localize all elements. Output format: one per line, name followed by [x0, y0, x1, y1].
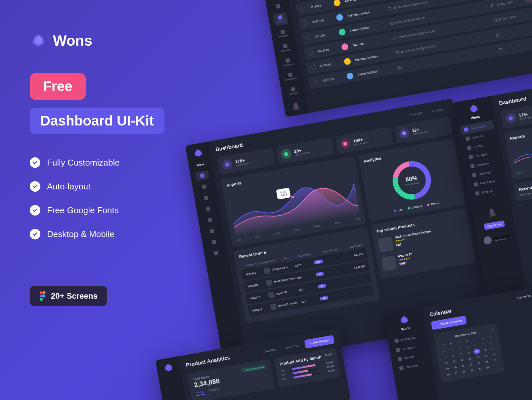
sidebar-item-analytics[interactable]: [271, 1, 286, 12]
calendar-day[interactable]: 23: [475, 360, 483, 366]
check-icon: [30, 181, 40, 192]
svg-point-3: [43, 295, 46, 298]
check-icon: [30, 229, 40, 239]
svg-point-2: [40, 295, 43, 298]
feature-item: Auto-layout: [30, 181, 202, 192]
sidebar-item-messages[interactable]: [205, 226, 219, 237]
calendar-day[interactable]: 3: [480, 341, 487, 347]
calendar-icon: [496, 33, 499, 36]
calendar-day[interactable]: 9: [473, 348, 480, 354]
checkbox-icon[interactable]: [314, 80, 319, 84]
calendar-day[interactable]: 30: [476, 366, 484, 372]
brand-name: Wons: [53, 32, 92, 49]
sidebar-item-calendar[interactable]: Calendar: [278, 41, 293, 55]
date-to[interactable]: 10-10-2021: [428, 105, 449, 115]
sidebar-item-notification[interactable]: [207, 237, 221, 248]
calendar-day[interactable]: 5: [441, 354, 449, 360]
lotus-logo-icon: [30, 31, 47, 50]
sidebar-item-calendar[interactable]: [203, 215, 217, 225]
free-badge: Free: [30, 73, 86, 100]
calendar-day[interactable]: 14: [458, 357, 466, 363]
stat-card[interactable]: 178+Save Products: [217, 147, 276, 175]
add-product-button[interactable]: +Add Product: [304, 335, 334, 349]
avatar: [341, 43, 349, 51]
top-selling-panel: Top selling Products NIKE Shoes Black Pa…: [371, 209, 475, 279]
checkbox-icon[interactable]: [303, 21, 308, 26]
check-icon: [30, 157, 40, 168]
sidebar-item-schedule[interactable]: [201, 204, 215, 215]
sidebar-item-invoice[interactable]: Invoice: [273, 12, 288, 26]
calendar-day[interactable]: 12: [442, 360, 450, 366]
checkbox-icon[interactable]: [311, 65, 316, 70]
date-from[interactable]: 10-06-2021: [405, 109, 426, 119]
mini-calendar: ‹December 2, 2021› SMTWTFS28293012345678…: [433, 323, 505, 383]
kit-badge: Dashboard UI-Kit: [30, 108, 164, 134]
avatar: [346, 72, 354, 80]
calendar-day[interactable]: 31: [484, 365, 492, 371]
calendar-day[interactable]: 18: [490, 351, 497, 357]
avatar: [336, 14, 343, 21]
upgrade-button[interactable]: Upgrade Now: [484, 220, 505, 230]
legend-item: Distribute: [407, 204, 423, 210]
checkbox-icon[interactable]: [301, 6, 305, 11]
sidebar-item-notification[interactable]: Notification: [283, 70, 298, 83]
mail-icon: [388, 7, 391, 10]
calendar-day[interactable]: 6: [449, 352, 457, 358]
calendar-day[interactable]: 21: [459, 363, 467, 369]
calendar-day[interactable]: 10: [481, 347, 488, 353]
sidebar-item-settings[interactable]: Settings: [286, 84, 301, 98]
stat-card[interactable]: 12+Job Application: [394, 116, 453, 144]
calendar-day[interactable]: 4: [488, 340, 495, 346]
sidebar-item-dashboard[interactable]: [269, 0, 284, 1]
stat-card[interactable]: 20+Stock Products: [276, 137, 335, 165]
tab-product[interactable]: Product: [195, 390, 205, 396]
calendar-day[interactable]: 19: [444, 366, 451, 372]
feature-list: Fully Customizable Auto-layout Free Goog…: [30, 157, 202, 239]
mail-icon: [390, 22, 394, 25]
checkbox-icon[interactable]: [309, 50, 313, 55]
sidebar-item-messages[interactable]: Messages: [281, 55, 296, 69]
legend-item: Return: [427, 202, 439, 207]
calendar-day[interactable]: 22: [467, 361, 475, 367]
svg-point-1: [43, 291, 46, 294]
calendar-day[interactable]: 29: [468, 367, 476, 373]
stat-card[interactable]: 190+Sales Products: [335, 126, 394, 154]
svg-point-0: [40, 291, 43, 294]
calendar-day[interactable]: 2: [472, 342, 479, 348]
sidebar-item-schedule[interactable]: Schedule: [276, 26, 291, 40]
create-schedule-button[interactable]: +Create Schedule: [431, 316, 467, 330]
calendar-day[interactable]: 25: [491, 357, 498, 363]
calendar-icon: [499, 48, 502, 51]
sidebar-item-settings[interactable]: [209, 248, 223, 259]
calendar-day[interactable]: 20: [451, 364, 459, 370]
calendar-day[interactable]: 7: [457, 351, 465, 357]
calendar-day[interactable]: 26: [445, 372, 452, 377]
calendar-day[interactable]: 1: [464, 344, 472, 350]
calendar-day[interactable]: 24: [483, 359, 490, 365]
analytics-panel: Analytics 80%Transactions: [358, 138, 465, 222]
status-badge: Pending: [524, 0, 532, 3]
screens-badge: 20+ Screens: [30, 286, 107, 306]
calendar-day[interactable]: 16: [474, 354, 482, 360]
calendar-day[interactable]: 15: [466, 356, 474, 362]
calendar-day[interactable]: 28: [460, 369, 468, 375]
avatar: [344, 58, 351, 65]
calendar-day[interactable]: 11: [489, 345, 496, 351]
product-by-month-panel: Product Add by Month 23400 Jan23,400Feb1…: [274, 347, 341, 388]
prev-month-icon[interactable]: ‹: [438, 338, 440, 341]
calendar-day[interactable]: 27: [452, 370, 460, 376]
screens-count: 20+ Screens: [51, 291, 98, 301]
svg-point-4: [40, 298, 43, 301]
tab-customer[interactable]: Customer: [208, 387, 220, 394]
legend-item: Sale: [394, 208, 403, 213]
checkbox-icon[interactable]: [306, 36, 311, 40]
check-icon: [30, 205, 40, 216]
upgrade-button[interactable]: Upgrade Now: [289, 114, 307, 117]
calendar-day[interactable]: 8: [465, 350, 473, 356]
calendar-day[interactable]: 13: [450, 358, 458, 364]
calendar-day[interactable]: 17: [482, 353, 489, 359]
avatar: [333, 0, 341, 7]
next-month-icon[interactable]: ›: [492, 328, 493, 331]
lamp-icon: [290, 102, 301, 114]
feature-item: Free Google Fonts: [30, 205, 202, 216]
